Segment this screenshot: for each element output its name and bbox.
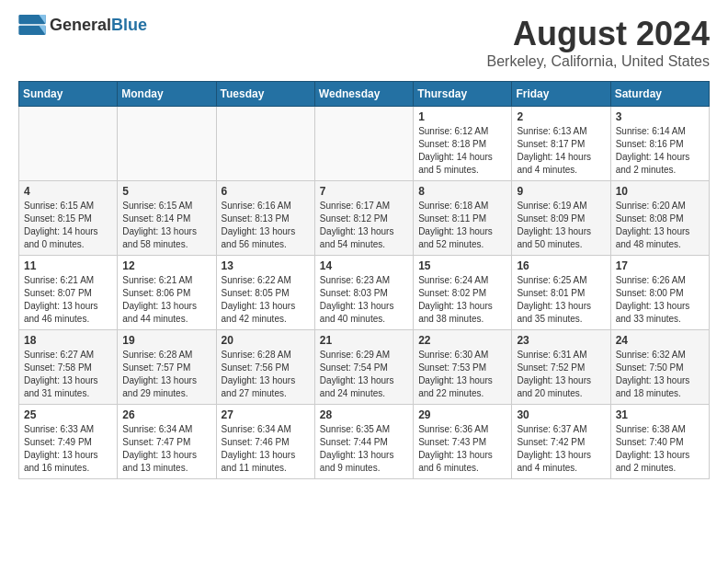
day-info: Sunrise: 6:29 AM Sunset: 7:54 PM Dayligh… bbox=[320, 349, 408, 400]
day-number: 19 bbox=[122, 334, 210, 347]
calendar-week-5: 25Sunrise: 6:33 AM Sunset: 7:49 PM Dayli… bbox=[19, 405, 710, 479]
calendar-cell: 2Sunrise: 6:13 AM Sunset: 8:17 PM Daylig… bbox=[512, 107, 610, 181]
calendar-cell bbox=[118, 107, 216, 181]
day-number: 13 bbox=[222, 259, 310, 272]
day-number: 17 bbox=[616, 259, 704, 272]
calendar-cell bbox=[314, 107, 413, 181]
day-info: Sunrise: 6:28 AM Sunset: 7:57 PM Dayligh… bbox=[122, 349, 210, 400]
calendar-cell: 23Sunrise: 6:31 AM Sunset: 7:52 PM Dayli… bbox=[512, 330, 610, 405]
calendar-cell: 15Sunrise: 6:24 AM Sunset: 8:02 PM Dayli… bbox=[414, 256, 512, 330]
day-info: Sunrise: 6:21 AM Sunset: 8:07 PM Dayligh… bbox=[24, 274, 112, 326]
day-info: Sunrise: 6:13 AM Sunset: 8:17 PM Dayligh… bbox=[517, 125, 605, 177]
day-number: 21 bbox=[320, 334, 408, 347]
day-number: 20 bbox=[222, 334, 310, 347]
calendar-week-4: 18Sunrise: 6:27 AM Sunset: 7:58 PM Dayli… bbox=[19, 330, 710, 405]
day-info: Sunrise: 6:25 AM Sunset: 8:01 PM Dayligh… bbox=[517, 274, 605, 326]
col-tuesday: Tuesday bbox=[216, 82, 314, 107]
day-number: 22 bbox=[418, 334, 506, 347]
day-number: 26 bbox=[122, 408, 210, 421]
calendar-cell: 16Sunrise: 6:25 AM Sunset: 8:01 PM Dayli… bbox=[512, 256, 610, 330]
calendar-cell: 28Sunrise: 6:35 AM Sunset: 7:44 PM Dayli… bbox=[314, 405, 413, 479]
col-thursday: Thursday bbox=[414, 82, 512, 107]
weekday-row: Sunday Monday Tuesday Wednesday Thursday… bbox=[19, 82, 710, 107]
calendar-cell bbox=[216, 107, 314, 181]
day-info: Sunrise: 6:30 AM Sunset: 7:53 PM Dayligh… bbox=[418, 349, 506, 400]
header: GeneralBlue August 2024 Berkeley, Califo… bbox=[18, 15, 710, 70]
day-info: Sunrise: 6:27 AM Sunset: 7:58 PM Dayligh… bbox=[24, 349, 112, 400]
day-info: Sunrise: 6:12 AM Sunset: 8:18 PM Dayligh… bbox=[418, 125, 506, 177]
calendar-cell: 11Sunrise: 6:21 AM Sunset: 8:07 PM Dayli… bbox=[19, 256, 118, 330]
calendar-cell: 10Sunrise: 6:20 AM Sunset: 8:08 PM Dayli… bbox=[610, 181, 709, 256]
col-monday: Monday bbox=[118, 82, 216, 107]
day-number: 4 bbox=[24, 185, 112, 198]
calendar-cell: 6Sunrise: 6:16 AM Sunset: 8:13 PM Daylig… bbox=[216, 181, 314, 256]
calendar-cell: 21Sunrise: 6:29 AM Sunset: 7:54 PM Dayli… bbox=[314, 330, 413, 405]
day-number: 18 bbox=[24, 334, 112, 347]
main-title: August 2024 bbox=[487, 15, 710, 53]
calendar-cell: 7Sunrise: 6:17 AM Sunset: 8:12 PM Daylig… bbox=[314, 181, 413, 256]
calendar-cell: 5Sunrise: 6:15 AM Sunset: 8:14 PM Daylig… bbox=[118, 181, 216, 256]
calendar-cell: 25Sunrise: 6:33 AM Sunset: 7:49 PM Dayli… bbox=[19, 405, 118, 479]
col-wednesday: Wednesday bbox=[314, 82, 413, 107]
calendar-cell: 29Sunrise: 6:36 AM Sunset: 7:43 PM Dayli… bbox=[414, 405, 512, 479]
calendar-cell: 20Sunrise: 6:28 AM Sunset: 7:56 PM Dayli… bbox=[216, 330, 314, 405]
calendar-cell: 26Sunrise: 6:34 AM Sunset: 7:47 PM Dayli… bbox=[118, 405, 216, 479]
day-number: 3 bbox=[616, 110, 704, 123]
calendar-header: Sunday Monday Tuesday Wednesday Thursday… bbox=[19, 82, 710, 107]
col-sunday: Sunday bbox=[19, 82, 118, 107]
calendar-cell: 19Sunrise: 6:28 AM Sunset: 7:57 PM Dayli… bbox=[118, 330, 216, 405]
day-number: 23 bbox=[517, 334, 605, 347]
day-info: Sunrise: 6:17 AM Sunset: 8:12 PM Dayligh… bbox=[320, 200, 408, 251]
calendar-cell: 31Sunrise: 6:38 AM Sunset: 7:40 PM Dayli… bbox=[610, 405, 709, 479]
calendar-cell: 9Sunrise: 6:19 AM Sunset: 8:09 PM Daylig… bbox=[512, 181, 610, 256]
logo: GeneralBlue bbox=[18, 15, 147, 35]
calendar-body: 1Sunrise: 6:12 AM Sunset: 8:18 PM Daylig… bbox=[19, 107, 710, 479]
day-number: 10 bbox=[616, 185, 704, 198]
day-info: Sunrise: 6:34 AM Sunset: 7:46 PM Dayligh… bbox=[222, 423, 310, 475]
calendar-cell: 22Sunrise: 6:30 AM Sunset: 7:53 PM Dayli… bbox=[414, 330, 512, 405]
logo-text: GeneralBlue bbox=[50, 16, 147, 35]
day-number: 1 bbox=[418, 110, 506, 123]
day-number: 25 bbox=[24, 408, 112, 421]
calendar-cell: 27Sunrise: 6:34 AM Sunset: 7:46 PM Dayli… bbox=[216, 405, 314, 479]
day-number: 2 bbox=[517, 110, 605, 123]
calendar-cell: 14Sunrise: 6:23 AM Sunset: 8:03 PM Dayli… bbox=[314, 256, 413, 330]
day-info: Sunrise: 6:19 AM Sunset: 8:09 PM Dayligh… bbox=[517, 200, 605, 251]
calendar-week-3: 11Sunrise: 6:21 AM Sunset: 8:07 PM Dayli… bbox=[19, 256, 710, 330]
day-number: 31 bbox=[616, 408, 704, 421]
day-info: Sunrise: 6:15 AM Sunset: 8:15 PM Dayligh… bbox=[24, 200, 112, 251]
day-number: 29 bbox=[418, 408, 506, 421]
day-number: 11 bbox=[24, 259, 112, 272]
day-number: 24 bbox=[616, 334, 704, 347]
calendar-cell: 12Sunrise: 6:21 AM Sunset: 8:06 PM Dayli… bbox=[118, 256, 216, 330]
subtitle: Berkeley, California, United States bbox=[487, 53, 710, 70]
day-info: Sunrise: 6:16 AM Sunset: 8:13 PM Dayligh… bbox=[222, 200, 310, 251]
day-info: Sunrise: 6:35 AM Sunset: 7:44 PM Dayligh… bbox=[320, 423, 408, 475]
logo-general: General bbox=[50, 16, 111, 34]
day-info: Sunrise: 6:26 AM Sunset: 8:00 PM Dayligh… bbox=[616, 274, 704, 326]
day-info: Sunrise: 6:24 AM Sunset: 8:02 PM Dayligh… bbox=[418, 274, 506, 326]
logo-icon bbox=[18, 15, 46, 35]
day-info: Sunrise: 6:33 AM Sunset: 7:49 PM Dayligh… bbox=[24, 423, 112, 475]
day-number: 30 bbox=[517, 408, 605, 421]
calendar-cell: 17Sunrise: 6:26 AM Sunset: 8:00 PM Dayli… bbox=[610, 256, 709, 330]
calendar-week-1: 1Sunrise: 6:12 AM Sunset: 8:18 PM Daylig… bbox=[19, 107, 710, 181]
day-number: 28 bbox=[320, 408, 408, 421]
day-info: Sunrise: 6:21 AM Sunset: 8:06 PM Dayligh… bbox=[122, 274, 210, 326]
day-number: 12 bbox=[122, 259, 210, 272]
day-info: Sunrise: 6:14 AM Sunset: 8:16 PM Dayligh… bbox=[616, 125, 704, 177]
calendar-cell: 30Sunrise: 6:37 AM Sunset: 7:42 PM Dayli… bbox=[512, 405, 610, 479]
day-info: Sunrise: 6:34 AM Sunset: 7:47 PM Dayligh… bbox=[122, 423, 210, 475]
day-info: Sunrise: 6:18 AM Sunset: 8:11 PM Dayligh… bbox=[418, 200, 506, 251]
col-saturday: Saturday bbox=[610, 82, 709, 107]
col-friday: Friday bbox=[512, 82, 610, 107]
day-info: Sunrise: 6:15 AM Sunset: 8:14 PM Dayligh… bbox=[122, 200, 210, 251]
day-info: Sunrise: 6:23 AM Sunset: 8:03 PM Dayligh… bbox=[320, 274, 408, 326]
logo-blue: Blue bbox=[111, 16, 147, 34]
day-number: 9 bbox=[517, 185, 605, 198]
calendar-week-2: 4Sunrise: 6:15 AM Sunset: 8:15 PM Daylig… bbox=[19, 181, 710, 256]
day-number: 14 bbox=[320, 259, 408, 272]
calendar-cell: 8Sunrise: 6:18 AM Sunset: 8:11 PM Daylig… bbox=[414, 181, 512, 256]
day-info: Sunrise: 6:31 AM Sunset: 7:52 PM Dayligh… bbox=[517, 349, 605, 400]
day-number: 16 bbox=[517, 259, 605, 272]
